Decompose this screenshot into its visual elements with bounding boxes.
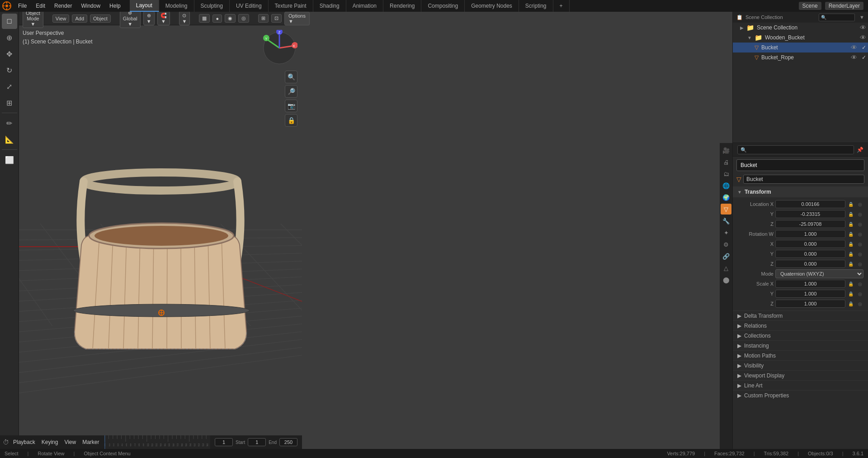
collections-section[interactable]: ▶ Collections — [733, 330, 868, 340]
scene-name[interactable]: Scene — [799, 2, 821, 10]
rotation-x-lock[interactable]: 🔒 — [847, 240, 854, 248]
props-material-icon[interactable]: ⬤ — [721, 274, 731, 285]
props-scene-icon[interactable]: 🌐 — [721, 180, 731, 191]
location-x-anim[interactable]: ◎ — [856, 200, 863, 208]
tool-measure[interactable]: 📐 — [2, 132, 17, 147]
menu-edit[interactable]: Edit — [31, 0, 50, 12]
rotation-y-input[interactable] — [775, 250, 845, 258]
tool-scale[interactable]: ⤢ — [2, 79, 17, 94]
viewport-3d[interactable]: User Perspective (1) Scene Collection | … — [19, 25, 302, 446]
tab-uv-editing[interactable]: UV Editing — [230, 0, 269, 12]
scale-y-anim[interactable]: ◎ — [856, 290, 863, 297]
end-frame-input[interactable] — [279, 438, 297, 446]
line-art-section[interactable]: ▶ Line Art — [733, 380, 868, 390]
outliner-item-bucket-rope[interactable]: ▽ Bucket_Rope 👁 ✓ — [733, 52, 868, 62]
delta-transform-section[interactable]: ▶ Delta Transform — [733, 310, 868, 320]
outliner-item-wooden-bucket[interactable]: ▼ 📁 Wooden_Bucket 👁 — [733, 33, 868, 43]
keying-menu[interactable]: Keying — [39, 438, 61, 446]
proportional-editing[interactable]: ⊙ ▼ — [179, 11, 190, 25]
rotation-w-input[interactable] — [775, 230, 845, 238]
rotation-z-anim[interactable]: ◎ — [856, 260, 863, 267]
nav-orbit-lock[interactable]: 🔒 — [285, 114, 297, 127]
nav-zoom-in[interactable]: 🔍 — [285, 71, 297, 83]
select-icon-rope[interactable]: ✓ — [862, 54, 866, 61]
tab-sculpting[interactable]: Sculpting — [194, 0, 230, 12]
rotation-z-input[interactable] — [775, 260, 845, 268]
scale-x-input[interactable] — [775, 280, 845, 288]
tab-layout[interactable]: Layout — [130, 0, 159, 12]
snap-dropdown[interactable]: 🧲 ▼ — [157, 11, 170, 25]
props-search-input[interactable] — [737, 145, 854, 154]
nav-camera[interactable]: 📷 — [285, 100, 297, 112]
tool-rotate[interactable]: ↻ — [2, 62, 17, 78]
rotation-w-anim[interactable]: ◎ — [856, 230, 863, 238]
rotation-y-lock[interactable]: 🔒 — [847, 250, 854, 258]
props-pin-icon[interactable]: 📌 — [857, 147, 863, 153]
location-z-lock[interactable]: 🔒 — [847, 220, 854, 228]
tab-scripting[interactable]: Scripting — [519, 0, 553, 12]
location-y-input[interactable] — [775, 210, 845, 218]
props-data-icon[interactable]: △ — [721, 262, 731, 273]
marker-menu[interactable]: Marker — [80, 438, 101, 446]
menu-window[interactable]: Window — [76, 0, 105, 12]
tool-cursor[interactable]: ⊕ — [2, 30, 17, 45]
playback-menu[interactable]: Playback — [11, 438, 38, 446]
options-button[interactable]: Options ▼ — [284, 12, 310, 25]
tool-transform[interactable]: ⊞ — [2, 95, 17, 110]
viewport-shading-render[interactable]: ◎ — [238, 14, 249, 23]
props-physics-icon[interactable]: ⚙ — [721, 239, 731, 250]
motion-paths-section[interactable]: ▶ Motion Paths — [733, 350, 868, 360]
view-menu-timeline[interactable]: View — [62, 438, 78, 446]
props-render-icon[interactable]: 🎥 — [721, 145, 731, 156]
props-modifier-icon[interactable]: 🔧 — [721, 215, 731, 226]
select-icon-bucket[interactable]: ✓ — [862, 44, 866, 51]
pivot-dropdown[interactable]: ⊕ ▼ — [143, 11, 155, 25]
viewport-shading-material[interactable]: ◉ — [225, 14, 236, 23]
tool-add-cube[interactable]: ⬜ — [2, 152, 17, 167]
menu-help[interactable]: Help — [105, 0, 125, 12]
tab-rendering[interactable]: Rendering — [383, 0, 421, 12]
xray-btn[interactable]: ⊡ — [271, 14, 282, 23]
tool-move[interactable]: ✥ — [2, 46, 17, 62]
scale-z-lock[interactable]: 🔒 — [847, 300, 854, 307]
location-y-lock[interactable]: 🔒 — [847, 210, 854, 218]
scale-x-anim[interactable]: ◎ — [856, 280, 863, 287]
eye-icon-bucket-rope[interactable]: 👁 — [851, 54, 857, 61]
rotation-w-lock[interactable]: 🔒 — [847, 230, 854, 238]
view-menu[interactable]: View — [52, 14, 70, 23]
scale-z-input[interactable] — [775, 300, 845, 308]
tab-animation[interactable]: Animation — [346, 0, 383, 12]
render-layer[interactable]: RenderLayer — [825, 2, 863, 10]
viewport-gizmo[interactable]: X Y Z — [261, 30, 297, 66]
visibility-section[interactable]: ▶ Visibility — [733, 360, 868, 370]
overlay-btn[interactable]: ⊞ — [258, 14, 269, 23]
viewport-shading-wire[interactable]: ▦ — [199, 14, 210, 23]
rotation-x-anim[interactable]: ◎ — [856, 240, 863, 248]
tab-modeling[interactable]: Modeling — [159, 0, 194, 12]
props-output-icon[interactable]: 🖨 — [721, 157, 731, 167]
props-world-icon[interactable]: 🌍 — [721, 192, 731, 203]
rotation-y-anim[interactable]: ◎ — [856, 250, 863, 258]
tab-texture-paint[interactable]: Texture Paint — [269, 0, 313, 12]
start-frame-input[interactable] — [248, 438, 266, 446]
rotation-mode-select[interactable]: Quaternion (WXYZ) XYZ Euler XZY Euler YX… — [775, 269, 863, 278]
viewport-shading-solid[interactable]: ● — [212, 14, 222, 23]
object-name-field[interactable] — [736, 159, 864, 171]
add-menu[interactable]: Add — [72, 14, 87, 23]
tab-add[interactable]: + — [553, 0, 570, 12]
eye-icon-bucket[interactable]: 👁 — [851, 44, 857, 51]
scale-y-lock[interactable]: 🔒 — [847, 290, 854, 297]
props-object-icon[interactable]: ▽ — [721, 204, 731, 215]
scale-z-anim[interactable]: ◎ — [856, 300, 863, 307]
props-view-layer-icon[interactable]: 🗂 — [721, 168, 731, 179]
outliner-filter-icon[interactable]: ▼ — [859, 14, 864, 20]
menu-file[interactable]: File — [14, 0, 31, 12]
tool-annotate[interactable]: ✏ — [2, 115, 17, 131]
tool-select-box[interactable]: □ — [2, 14, 17, 29]
timeline-ruler[interactable]: 0102030405060708090100110120130140150160… — [104, 435, 211, 449]
tab-compositing[interactable]: Compositing — [421, 0, 465, 12]
relations-section[interactable]: ▶ Relations — [733, 320, 868, 330]
outliner-item-bucket[interactable]: ▽ Bucket 👁 ✓ — [733, 43, 868, 52]
nav-zoom-out[interactable]: 🔎 — [285, 85, 297, 98]
custom-properties-section[interactable]: ▶ Custom Properties — [733, 390, 868, 400]
